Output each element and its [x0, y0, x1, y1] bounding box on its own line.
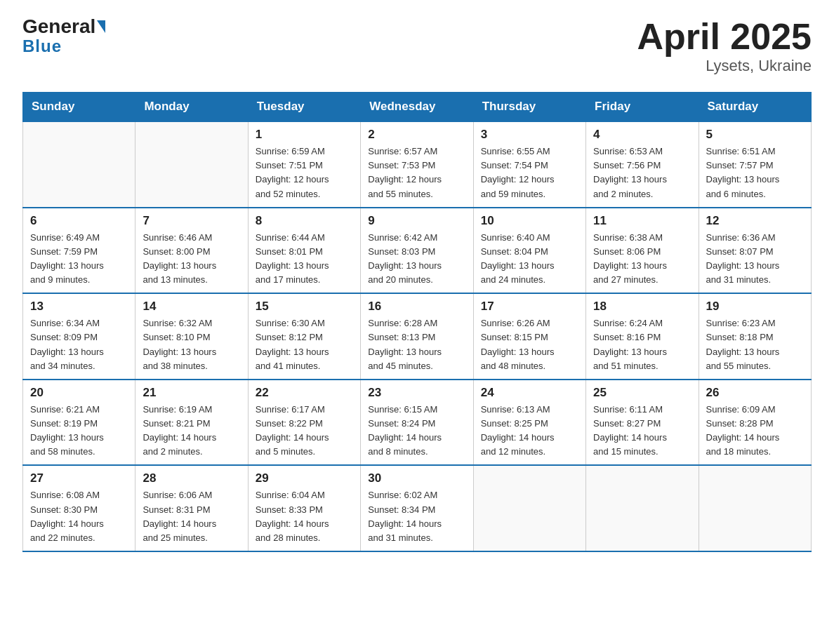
day-number: 14 — [143, 300, 240, 314]
weekday-header-thursday: Thursday — [473, 93, 585, 122]
calendar-cell: 7Sunrise: 6:46 AM Sunset: 8:00 PM Daylig… — [135, 208, 248, 294]
day-number: 5 — [706, 128, 804, 142]
logo: General Blue — [22, 17, 105, 56]
calendar-cell: 11Sunrise: 6:38 AM Sunset: 8:06 PM Dayli… — [586, 208, 699, 294]
day-number: 18 — [593, 300, 691, 314]
calendar-cell: 28Sunrise: 6:06 AM Sunset: 8:31 PM Dayli… — [135, 465, 248, 551]
calendar-cell: 29Sunrise: 6:04 AM Sunset: 8:33 PM Dayli… — [248, 465, 360, 551]
calendar-cell: 18Sunrise: 6:24 AM Sunset: 8:16 PM Dayli… — [586, 293, 699, 380]
day-number: 27 — [30, 471, 128, 485]
calendar-cell: 24Sunrise: 6:13 AM Sunset: 8:25 PM Dayli… — [473, 380, 585, 466]
day-number: 26 — [706, 386, 804, 400]
day-info: Sunrise: 6:32 AM Sunset: 8:10 PM Dayligh… — [143, 316, 240, 373]
day-number: 15 — [256, 300, 353, 314]
calendar-cell: 2Sunrise: 6:57 AM Sunset: 7:53 PM Daylig… — [361, 121, 473, 208]
day-number: 2 — [368, 128, 465, 142]
day-number: 12 — [706, 214, 804, 228]
calendar-cell: 13Sunrise: 6:34 AM Sunset: 8:09 PM Dayli… — [23, 293, 135, 380]
calendar-cell — [586, 465, 699, 551]
day-number: 9 — [368, 214, 465, 228]
page-header: General Blue April 2025 Lysets, Ukraine — [22, 17, 812, 75]
weekday-header-friday: Friday — [586, 93, 699, 122]
weekday-header-wednesday: Wednesday — [361, 93, 473, 122]
day-info: Sunrise: 6:49 AM Sunset: 7:59 PM Dayligh… — [30, 231, 128, 288]
weekday-header-tuesday: Tuesday — [248, 93, 360, 122]
weekday-header-saturday: Saturday — [699, 93, 811, 122]
calendar-cell: 3Sunrise: 6:55 AM Sunset: 7:54 PM Daylig… — [473, 121, 585, 208]
day-number: 21 — [143, 386, 240, 400]
calendar-cell: 21Sunrise: 6:19 AM Sunset: 8:21 PM Dayli… — [135, 380, 248, 466]
calendar-cell: 20Sunrise: 6:21 AM Sunset: 8:19 PM Dayli… — [23, 380, 135, 466]
day-info: Sunrise: 6:19 AM Sunset: 8:21 PM Dayligh… — [143, 403, 240, 459]
calendar-cell: 22Sunrise: 6:17 AM Sunset: 8:22 PM Dayli… — [248, 380, 360, 466]
calendar-cell: 14Sunrise: 6:32 AM Sunset: 8:10 PM Dayli… — [135, 293, 248, 380]
day-info: Sunrise: 6:34 AM Sunset: 8:09 PM Dayligh… — [30, 316, 128, 373]
calendar-cell — [699, 465, 811, 551]
calendar-cell: 17Sunrise: 6:26 AM Sunset: 8:15 PM Dayli… — [473, 293, 585, 380]
day-number: 17 — [481, 300, 578, 314]
day-info: Sunrise: 6:15 AM Sunset: 8:24 PM Dayligh… — [368, 403, 465, 459]
calendar-table: SundayMondayTuesdayWednesdayThursdayFrid… — [22, 92, 812, 552]
day-number: 6 — [30, 214, 128, 228]
day-info: Sunrise: 6:28 AM Sunset: 8:13 PM Dayligh… — [368, 316, 465, 373]
weekday-header-row: SundayMondayTuesdayWednesdayThursdayFrid… — [23, 93, 812, 122]
weekday-header-sunday: Sunday — [23, 93, 135, 122]
calendar-cell: 25Sunrise: 6:11 AM Sunset: 8:27 PM Dayli… — [586, 380, 699, 466]
day-number: 16 — [368, 300, 465, 314]
day-info: Sunrise: 6:38 AM Sunset: 8:06 PM Dayligh… — [593, 231, 691, 288]
day-number: 8 — [256, 214, 353, 228]
day-number: 1 — [256, 128, 353, 142]
day-info: Sunrise: 6:17 AM Sunset: 8:22 PM Dayligh… — [256, 403, 353, 459]
day-info: Sunrise: 6:26 AM Sunset: 8:15 PM Dayligh… — [481, 316, 578, 373]
day-number: 24 — [481, 386, 578, 400]
day-number: 3 — [481, 128, 578, 142]
day-info: Sunrise: 6:53 AM Sunset: 7:56 PM Dayligh… — [593, 145, 691, 201]
day-info: Sunrise: 6:06 AM Sunset: 8:31 PM Dayligh… — [143, 488, 240, 545]
title-area: April 2025 Lysets, Ukraine — [637, 17, 812, 75]
calendar-cell: 10Sunrise: 6:40 AM Sunset: 8:04 PM Dayli… — [473, 208, 585, 294]
day-number: 7 — [143, 214, 240, 228]
day-number: 25 — [593, 386, 691, 400]
calendar-cell — [23, 121, 135, 208]
day-info: Sunrise: 6:02 AM Sunset: 8:34 PM Dayligh… — [368, 488, 465, 545]
day-info: Sunrise: 6:04 AM Sunset: 8:33 PM Dayligh… — [256, 488, 353, 545]
day-number: 19 — [706, 300, 804, 314]
location-label: Lysets, Ukraine — [637, 57, 812, 75]
weekday-header-monday: Monday — [135, 93, 248, 122]
day-number: 28 — [143, 471, 240, 485]
day-number: 22 — [256, 386, 353, 400]
day-info: Sunrise: 6:09 AM Sunset: 8:28 PM Dayligh… — [706, 403, 804, 459]
calendar-week-row: 6Sunrise: 6:49 AM Sunset: 7:59 PM Daylig… — [23, 208, 812, 294]
day-number: 13 — [30, 300, 128, 314]
day-info: Sunrise: 6:55 AM Sunset: 7:54 PM Dayligh… — [481, 145, 578, 201]
day-info: Sunrise: 6:40 AM Sunset: 8:04 PM Dayligh… — [481, 231, 578, 288]
day-info: Sunrise: 6:21 AM Sunset: 8:19 PM Dayligh… — [30, 403, 128, 459]
day-info: Sunrise: 6:59 AM Sunset: 7:51 PM Dayligh… — [256, 145, 353, 201]
calendar-cell: 12Sunrise: 6:36 AM Sunset: 8:07 PM Dayli… — [699, 208, 811, 294]
calendar-week-row: 20Sunrise: 6:21 AM Sunset: 8:19 PM Dayli… — [23, 380, 812, 466]
calendar-cell: 9Sunrise: 6:42 AM Sunset: 8:03 PM Daylig… — [361, 208, 473, 294]
calendar-cell: 6Sunrise: 6:49 AM Sunset: 7:59 PM Daylig… — [23, 208, 135, 294]
calendar-cell: 8Sunrise: 6:44 AM Sunset: 8:01 PM Daylig… — [248, 208, 360, 294]
day-info: Sunrise: 6:11 AM Sunset: 8:27 PM Dayligh… — [593, 403, 691, 459]
logo-arrow-icon — [97, 20, 105, 33]
logo-general: General — [22, 17, 95, 36]
day-info: Sunrise: 6:57 AM Sunset: 7:53 PM Dayligh… — [368, 145, 465, 201]
day-info: Sunrise: 6:24 AM Sunset: 8:16 PM Dayligh… — [593, 316, 691, 373]
day-number: 30 — [368, 471, 465, 485]
day-info: Sunrise: 6:46 AM Sunset: 8:00 PM Dayligh… — [143, 231, 240, 288]
month-year-title: April 2025 — [637, 17, 812, 57]
calendar-cell: 1Sunrise: 6:59 AM Sunset: 7:51 PM Daylig… — [248, 121, 360, 208]
calendar-cell: 16Sunrise: 6:28 AM Sunset: 8:13 PM Dayli… — [361, 293, 473, 380]
day-number: 29 — [256, 471, 353, 485]
calendar-week-row: 1Sunrise: 6:59 AM Sunset: 7:51 PM Daylig… — [23, 121, 812, 208]
day-number: 11 — [593, 214, 691, 228]
day-info: Sunrise: 6:08 AM Sunset: 8:30 PM Dayligh… — [30, 488, 128, 545]
calendar-cell: 23Sunrise: 6:15 AM Sunset: 8:24 PM Dayli… — [361, 380, 473, 466]
day-info: Sunrise: 6:51 AM Sunset: 7:57 PM Dayligh… — [706, 145, 804, 201]
calendar-cell: 19Sunrise: 6:23 AM Sunset: 8:18 PM Dayli… — [699, 293, 811, 380]
calendar-cell — [473, 465, 585, 551]
day-info: Sunrise: 6:42 AM Sunset: 8:03 PM Dayligh… — [368, 231, 465, 288]
calendar-week-row: 13Sunrise: 6:34 AM Sunset: 8:09 PM Dayli… — [23, 293, 812, 380]
day-info: Sunrise: 6:44 AM Sunset: 8:01 PM Dayligh… — [256, 231, 353, 288]
